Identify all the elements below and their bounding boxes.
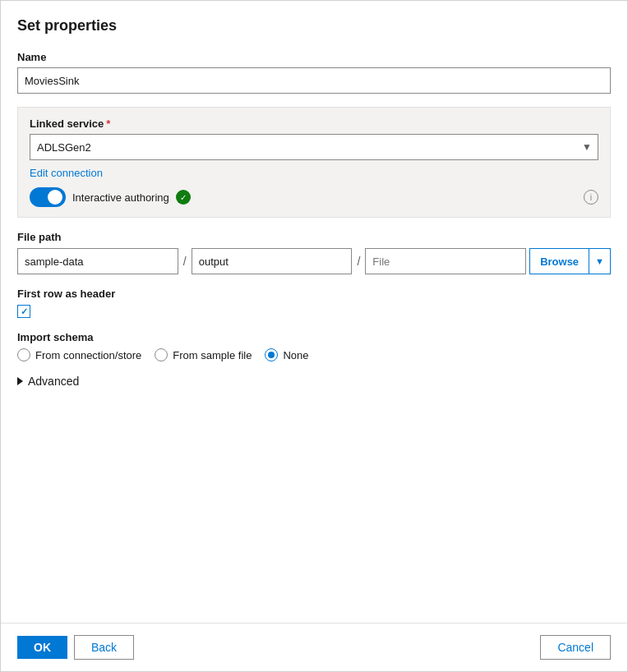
first-row-header-group: First row as header ✓ — [17, 288, 611, 318]
radio-label-none: None — [283, 349, 308, 361]
import-schema-radio-group: From connection/store From sample file N… — [17, 348, 611, 361]
radio-from-sample[interactable]: From sample file — [155, 348, 252, 361]
import-schema-label: Import schema — [17, 331, 611, 343]
linked-service-label: Linked service* — [30, 117, 598, 130]
set-properties-panel: Set properties Name Linked service* ADLS… — [0, 0, 628, 672]
file-path-segment1[interactable] — [17, 248, 178, 274]
name-group: Name — [17, 51, 611, 94]
linked-service-section: Linked service* ADLSGen2 ▼ Edit connecti… — [17, 107, 611, 218]
linked-service-select[interactable]: ADLSGen2 — [30, 134, 598, 160]
path-separator-1: / — [182, 255, 188, 268]
radio-label-sample: From sample file — [173, 349, 252, 361]
radio-dot-none — [268, 352, 275, 358]
file-path-row: / / Browse ▼ — [17, 248, 611, 274]
browse-dropdown-button[interactable]: ▼ — [589, 248, 611, 274]
radio-label-connection: From connection/store — [35, 349, 141, 361]
radio-from-connection[interactable]: From connection/store — [17, 348, 141, 361]
info-icon[interactable]: i — [584, 190, 598, 205]
toggle-thumb — [48, 190, 62, 205]
chevron-right-icon — [17, 377, 23, 385]
interactive-authoring-label: Interactive authoring — [72, 191, 169, 204]
linked-service-select-wrapper: ADLSGen2 ▼ — [30, 134, 598, 160]
radio-circle-connection — [17, 348, 30, 361]
ok-button[interactable]: OK — [17, 636, 67, 659]
panel-title: Set properties — [17, 17, 611, 35]
file-path-group: File path / / Browse ▼ — [17, 231, 611, 274]
cancel-button[interactable]: Cancel — [540, 635, 611, 660]
checkmark-icon: ✓ — [21, 306, 28, 317]
name-input[interactable] — [17, 67, 611, 94]
connection-status-icon: ✓ — [176, 190, 191, 205]
browse-button[interactable]: Browse — [529, 248, 589, 274]
file-path-segment3[interactable] — [365, 248, 526, 274]
path-separator-2: / — [355, 255, 362, 268]
radio-none[interactable]: None — [265, 348, 308, 361]
radio-circle-none — [265, 348, 278, 361]
first-row-header-label: First row as header — [17, 288, 611, 300]
panel-footer: OK Back Cancel — [1, 623, 627, 671]
back-button[interactable]: Back — [74, 635, 134, 660]
advanced-section[interactable]: Advanced — [17, 375, 611, 388]
first-row-header-checkbox-row: ✓ — [17, 305, 611, 318]
name-label: Name — [17, 51, 611, 63]
edit-connection-link[interactable]: Edit connection — [30, 167, 103, 179]
interactive-authoring-toggle[interactable] — [30, 187, 66, 207]
radio-circle-sample — [155, 348, 168, 361]
advanced-label: Advanced — [28, 375, 79, 388]
browse-button-group: Browse ▼ — [529, 248, 611, 274]
file-path-segment2[interactable] — [192, 248, 353, 274]
required-marker: * — [106, 117, 110, 130]
first-row-header-checkbox[interactable]: ✓ — [17, 305, 30, 318]
file-path-label: File path — [17, 231, 611, 243]
interactive-authoring-row: Interactive authoring ✓ i — [30, 187, 598, 207]
import-schema-group: Import schema From connection/store From… — [17, 331, 611, 361]
